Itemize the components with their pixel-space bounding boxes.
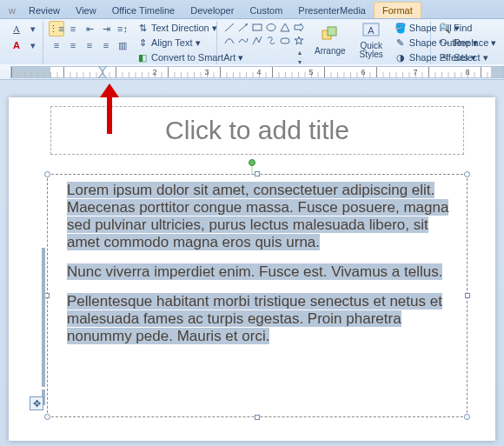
replace-icon: ᵃ↔ bbox=[439, 37, 451, 49]
find-icon: 🔍 bbox=[439, 22, 451, 34]
svg-marker-6 bbox=[295, 23, 303, 31]
group-editing: 🔍 Find ᵃ↔ Replace ▾ ↖ Select ▾ Editing bbox=[431, 21, 494, 64]
arrange-button[interactable]: Arrange bbox=[309, 21, 351, 59]
align-right-button[interactable]: ≡ bbox=[82, 37, 97, 53]
first-line-indent-marker[interactable] bbox=[98, 66, 107, 71]
font-color-drop[interactable]: ▾ bbox=[25, 37, 41, 53]
smartart-icon: ◧ bbox=[136, 51, 149, 63]
paragraph-1: Lorem ipsum dolor sit amet, consectetuer… bbox=[67, 182, 448, 250]
text-direction-icon: ⇅ bbox=[136, 22, 149, 34]
indent-increase-button[interactable]: ⇥ bbox=[98, 21, 114, 37]
handle-e[interactable] bbox=[465, 293, 470, 298]
ribbon-body: A ▾ A ▾ ⋮≡ ≡ ⇤ ⇥ ≡↕ bbox=[0, 19, 504, 64]
effects-icon: ◑ bbox=[395, 51, 407, 63]
tab-review[interactable]: Review bbox=[21, 3, 68, 18]
ribbon-container: w Review View Office Timeline Developer … bbox=[0, 0, 504, 81]
replace-button[interactable]: ᵃ↔ Replace ▾ bbox=[436, 36, 499, 50]
align-text-icon: ⇕ bbox=[136, 37, 149, 49]
slide-workspace: Click to add title Lorem ipsum dolor sit… bbox=[0, 80, 504, 446]
quick-styles-button[interactable]: A Quick Styles bbox=[355, 21, 388, 59]
tab-view[interactable]: View bbox=[68, 3, 104, 18]
ribbon-tabs: w Review View Office Timeline Developer … bbox=[0, 0, 504, 19]
quick-styles-icon: A bbox=[361, 21, 381, 40]
svg-marker-13 bbox=[98, 66, 107, 71]
svg-line-0 bbox=[225, 23, 234, 31]
align-left-button[interactable]: ≡ bbox=[49, 37, 64, 53]
align-justify-button[interactable]: ≡ bbox=[98, 37, 114, 53]
slide-canvas[interactable]: Click to add title Lorem ipsum dolor sit… bbox=[9, 97, 495, 441]
body-placeholder[interactable]: Lorem ipsum dolor sit amet, consectetuer… bbox=[47, 174, 468, 417]
group-drawing: ▴ ▾ Arrange A Quick Styles bbox=[217, 21, 431, 64]
selection-bar-1 bbox=[42, 248, 45, 387]
handle-se[interactable] bbox=[464, 414, 470, 420]
handle-sw[interactable] bbox=[44, 414, 50, 420]
numbering-button[interactable]: ≡ bbox=[65, 21, 81, 37]
svg-rect-3 bbox=[253, 24, 262, 30]
pen-icon: ✎ bbox=[395, 37, 407, 49]
paragraph-2: Nunc viverra imperdiet enim. Fusce est. … bbox=[67, 263, 442, 280]
font-color-button[interactable]: A bbox=[9, 37, 24, 53]
select-icon: ↖ bbox=[439, 51, 451, 63]
arrange-icon bbox=[320, 24, 341, 45]
font-underline-button[interactable]: A bbox=[9, 21, 24, 37]
indent-decrease-button[interactable]: ⇤ bbox=[82, 21, 97, 37]
svg-marker-16 bbox=[100, 83, 119, 97]
svg-point-4 bbox=[267, 24, 275, 31]
bullets-button[interactable]: ⋮≡ bbox=[49, 21, 64, 37]
annotation-arrow bbox=[100, 83, 119, 134]
body-text[interactable]: Lorem ipsum dolor sit amet, consectetuer… bbox=[48, 175, 467, 364]
tab-office-timeline[interactable]: Office Timeline bbox=[104, 3, 183, 18]
svg-marker-14 bbox=[98, 73, 107, 78]
svg-text:A: A bbox=[368, 25, 375, 36]
tab-format[interactable]: Format bbox=[374, 2, 421, 18]
columns-button[interactable]: ▥ bbox=[115, 37, 130, 53]
align-center-button[interactable]: ≡ bbox=[65, 37, 81, 53]
rotate-handle[interactable] bbox=[249, 159, 255, 166]
handle-ne[interactable] bbox=[464, 171, 470, 177]
handle-s[interactable] bbox=[255, 415, 260, 420]
font-more-button[interactable]: ▾ bbox=[25, 21, 41, 37]
tab-presentermedia[interactable]: PresenterMedia bbox=[290, 3, 374, 18]
tab-developer[interactable]: Developer bbox=[182, 3, 242, 18]
shapes-gallery[interactable]: ▴ ▾ bbox=[222, 21, 306, 66]
svg-marker-8 bbox=[295, 37, 303, 44]
svg-rect-10 bbox=[328, 27, 336, 36]
handle-nw[interactable] bbox=[44, 171, 50, 177]
tab-custom[interactable]: Custom bbox=[242, 3, 290, 18]
svg-marker-5 bbox=[281, 23, 289, 31]
svg-rect-7 bbox=[281, 38, 289, 43]
handle-n[interactable] bbox=[255, 171, 260, 176]
group-font-frag: A ▾ A ▾ bbox=[3, 21, 43, 64]
move-icon[interactable]: ✥ bbox=[30, 396, 43, 410]
title-placeholder-text: Click to add title bbox=[165, 116, 349, 145]
bucket-icon: 🪣 bbox=[395, 22, 407, 34]
line-spacing-button[interactable]: ≡↕ bbox=[115, 21, 130, 37]
find-button[interactable]: 🔍 Find bbox=[436, 21, 499, 35]
gallery-up-button[interactable]: ▴ bbox=[294, 48, 306, 57]
group-paragraph: ⋮≡ ≡ ⇤ ⇥ ≡↕ ≡ ≡ ≡ ≡ ▥ bbox=[43, 21, 217, 64]
horizontal-ruler[interactable]: 1 2 3 4 5 6 7 8 9 bbox=[0, 64, 504, 80]
hanging-indent-marker[interactable] bbox=[98, 73, 107, 78]
paragraph-3: Pellentesque habitant morbi tristique se… bbox=[67, 293, 442, 344]
select-button[interactable]: ↖ Select ▾ bbox=[436, 50, 499, 64]
